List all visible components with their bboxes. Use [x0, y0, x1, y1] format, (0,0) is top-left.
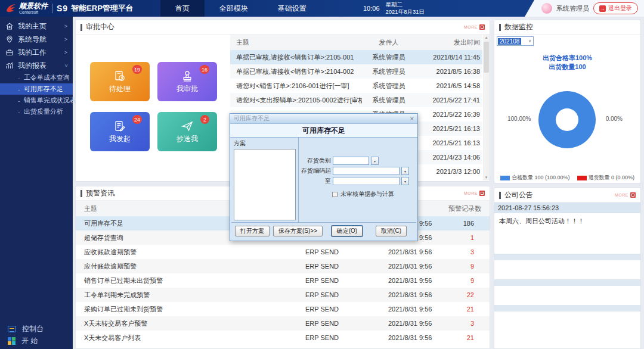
approval-row[interactable]: 请您对<支出报销单>:202105-0002进行[审核] 系统管理员 2021/…: [230, 93, 482, 107]
donut-left-label: 100.00%: [507, 116, 531, 122]
date-display: 2021年8月31日: [386, 8, 425, 15]
open-plan-button[interactable]: 打开方案: [235, 226, 270, 236]
unaudited-checkbox-row[interactable]: 未审核单据参与计算: [332, 190, 394, 198]
phoenix-logo-icon: [5, 2, 17, 14]
announcement-date: 2021-08-27 15:56:23: [494, 202, 640, 213]
category-dropdown-button[interactable]: [371, 157, 379, 165]
alert-row[interactable]: 销售订单已过期未出货预警 ERP SEND 2021/8/31 9:56 9: [76, 273, 490, 288]
stamp-icon: [181, 70, 194, 83]
panel-accent-bar: [80, 190, 82, 197]
alert-row[interactable]: 采购订单已过期未到货预警 ERP SEND 2021/8/31 9:56 21: [76, 302, 490, 316]
pass-rate-text: 出货合格率100%: [494, 54, 640, 63]
code-to-combo[interactable]: [333, 177, 400, 185]
brand-divider: [52, 4, 52, 13]
save-plan-button[interactable]: 保存方案(S)>>: [273, 226, 323, 236]
dialog-heading: 可用库存不足: [230, 124, 417, 138]
sidebar-subitem-shipment-quality[interactable]: 出货质量分析: [0, 106, 73, 117]
panel-accent-bar: [80, 24, 82, 31]
approval-row[interactable]: 单据已审核,请接收<销售订单>:2105-001 系统管理员 2021/8/14…: [230, 50, 482, 64]
product-name: 智能ERP管理平台: [71, 3, 134, 14]
chevron-right-icon: [64, 23, 67, 29]
count-badge: 19: [132, 65, 142, 74]
alert-row[interactable]: 工令单到期未完成预警 ERP SEND 2021/8/31 9:56 22: [76, 288, 490, 302]
checkbox[interactable]: [332, 192, 338, 197]
sidebar-subitem-worder-cost-query[interactable]: 工令单成本查询: [0, 72, 73, 83]
alert-row[interactable]: 应收账款逾期预警 ERP SEND 2021/8/31 9:56 3: [76, 245, 490, 259]
period-select[interactable]: 202108: [497, 36, 534, 46]
nav-basic-settings[interactable]: 基础设置: [263, 0, 321, 17]
start-button[interactable]: 开 始: [0, 335, 73, 347]
start-icon: [8, 337, 16, 345]
code-to-dropdown-button[interactable]: [401, 177, 409, 185]
panel-accent-bar: [499, 192, 501, 199]
cancel-button[interactable]: 取消(C): [376, 226, 407, 236]
legend-swatch-pass: [500, 176, 510, 180]
more-button[interactable]: MORE: [464, 191, 485, 196]
location-icon: [5, 35, 14, 43]
count-badge: 16: [200, 65, 209, 74]
sidebar-item-my-reports[interactable]: 我的报表: [0, 59, 73, 72]
announcement-list: 2021-08-27 15:56:23 本周六、周日公司活动！！！: [494, 202, 640, 348]
approval-tiles: 待处理 19 我审批 16 我发起 24: [90, 62, 217, 151]
sidebar-subitem-sales-completion[interactable]: 销售单完成状况表: [0, 95, 73, 106]
approval-row[interactable]: 请您对<销售订单>:2106-001进行[一审] 系统管理员 2021/6/5 …: [230, 79, 482, 93]
chevron-down-icon: [63, 64, 69, 67]
ok-button[interactable]: 确定(O): [332, 226, 363, 236]
alert-row[interactable]: 应付账款逾期预警 ERP SEND 2021/8/31 9:56 9: [76, 259, 490, 273]
alert-row[interactable]: X天未交易客户列表 ERP SEND 2021/8/31 9:56 21: [76, 331, 490, 345]
scroll-thumb[interactable]: [484, 42, 489, 73]
shipment-qty-text: 出货数量100: [494, 63, 640, 71]
user-avatar[interactable]: [541, 3, 552, 14]
chevron-down-icon: [528, 39, 533, 43]
code-from-dropdown-button[interactable]: [401, 167, 409, 175]
logout-icon: [599, 5, 606, 12]
paper-plane-icon: [181, 120, 194, 133]
code-from-combo[interactable]: [333, 167, 400, 175]
panel-title: 审批中心: [86, 22, 114, 32]
sidebar-item-my-home[interactable]: 我的主页: [0, 20, 73, 33]
data-monitor-panel: 数据监控 202108 出货合格率100% 出货数量100 100.00% 0.…: [494, 20, 641, 183]
sidebar-item-system-nav[interactable]: 系统导航: [0, 33, 73, 46]
donut-legend: 合格数量 100 (100.00%) 退货数量 0 (0.00%): [494, 174, 640, 182]
approval-row[interactable]: 单据已审核,请接收<销售订单>:2104-002 系统管理员 2021/8/5 …: [230, 64, 482, 79]
clock: 10:06 星期二 2021年8月31日: [363, 1, 425, 15]
count-badge: 2: [200, 115, 209, 124]
code-from-label: 存货编码起: [299, 167, 331, 175]
close-icon[interactable]: ×: [410, 116, 414, 122]
nav-all-modules[interactable]: 全部模块: [205, 0, 263, 17]
more-button[interactable]: MORE: [615, 192, 636, 198]
compose-icon: [113, 120, 126, 133]
announcement-empty-slot: [494, 254, 640, 260]
sidebar-footer: 控制台 开 始: [0, 323, 73, 349]
chart-icon: [5, 61, 14, 70]
more-button[interactable]: MORE: [464, 24, 485, 30]
nav-home[interactable]: 首页: [160, 0, 205, 17]
donut-chart: [538, 91, 596, 148]
tile-pending[interactable]: 待处理 19: [90, 62, 150, 101]
announcement-content[interactable]: 本周六、周日公司活动！！！: [494, 213, 640, 254]
console-icon: [8, 326, 16, 332]
dialog-titlebar[interactable]: 可用库存不足 ×: [230, 114, 417, 124]
console-button[interactable]: 控制台: [0, 323, 73, 335]
product-code-badge: S9: [57, 4, 68, 13]
sidebar: 我的主页 系统导航 我的工作 我的报表 工令单成本查询 可用库存不足 销售单: [0, 17, 73, 349]
sidebar-subitem-available-stock-shortage[interactable]: 可用库存不足: [0, 83, 73, 95]
tile-my-approvals[interactable]: 我审批 16: [157, 62, 217, 101]
panel-title: 预警资讯: [86, 188, 114, 198]
category-combo[interactable]: [333, 157, 369, 165]
tile-initiated-by-me[interactable]: 我发起 24: [90, 112, 150, 151]
scroll-up-icon[interactable]: [483, 35, 490, 40]
more-grid-icon: [479, 24, 485, 30]
user-name: 系统管理员: [556, 4, 589, 13]
top-nav: 首页 全部模块 基础设置: [160, 0, 321, 17]
tile-cc-to-me[interactable]: 抄送我 2: [157, 112, 217, 151]
brand-name-en: Centersoft: [19, 10, 48, 15]
logout-button[interactable]: 退出登录: [593, 2, 638, 14]
more-grid-icon: [630, 192, 636, 198]
sidebar-item-my-work[interactable]: 我的工作: [0, 46, 73, 59]
plan-listbox[interactable]: [234, 149, 296, 220]
scroll-down-icon[interactable]: [483, 174, 490, 180]
vertical-scrollbar[interactable]: [483, 35, 490, 180]
more-grid-icon: [479, 191, 485, 196]
alert-row[interactable]: X天未转交易客户预警 ERP SEND 2021/8/31 9:56 3: [76, 316, 490, 331]
